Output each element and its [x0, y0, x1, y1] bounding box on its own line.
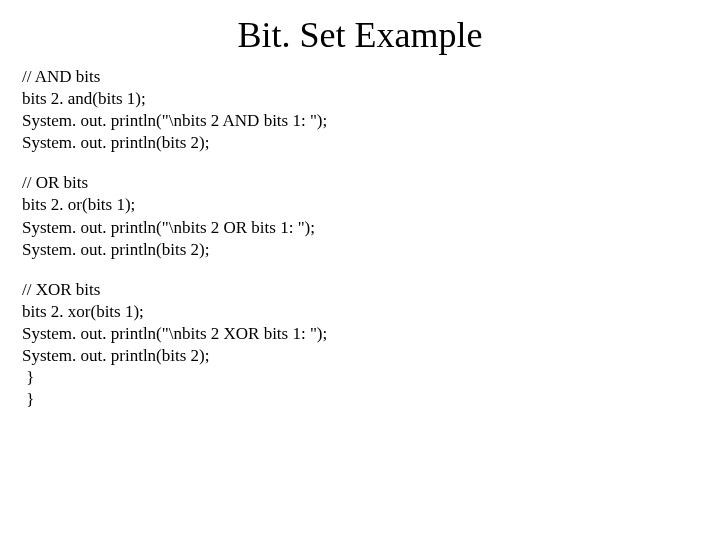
code-line: bits 2. xor(bits 1);: [22, 301, 720, 323]
code-line: System. out. println(bits 2);: [22, 345, 720, 367]
code-comment: // XOR bits: [22, 279, 720, 301]
code-block-xor: // XOR bits bits 2. xor(bits 1); System.…: [22, 279, 720, 412]
code-comment: // AND bits: [22, 66, 720, 88]
slide-title: Bit. Set Example: [0, 0, 720, 66]
code-line: System. out. println(bits 2);: [22, 132, 720, 154]
code-line: System. out. println("\nbits 2 XOR bits …: [22, 323, 720, 345]
code-line: System. out. println("\nbits 2 OR bits 1…: [22, 217, 720, 239]
code-line: System. out. println(bits 2);: [22, 239, 720, 261]
code-comment: // OR bits: [22, 172, 720, 194]
code-block-and: // AND bits bits 2. and(bits 1); System.…: [22, 66, 720, 154]
slide-body: // AND bits bits 2. and(bits 1); System.…: [0, 66, 720, 411]
code-line: System. out. println("\nbits 2 AND bits …: [22, 110, 720, 132]
code-block-or: // OR bits bits 2. or(bits 1); System. o…: [22, 172, 720, 260]
slide: Bit. Set Example // AND bits bits 2. and…: [0, 0, 720, 540]
code-line: }: [22, 389, 720, 411]
code-line: bits 2. or(bits 1);: [22, 194, 720, 216]
code-line: }: [22, 367, 720, 389]
code-line: bits 2. and(bits 1);: [22, 88, 720, 110]
